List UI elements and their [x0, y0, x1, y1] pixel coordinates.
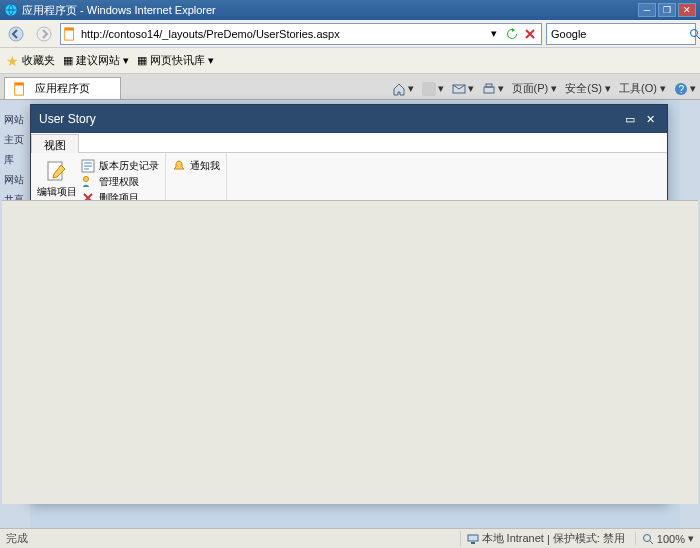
- svg-rect-9: [15, 82, 24, 85]
- ie-icon: [4, 3, 18, 17]
- svg-rect-13: [486, 84, 492, 87]
- stop-button[interactable]: [521, 25, 539, 43]
- edit-item-icon: [45, 159, 69, 183]
- mail-button[interactable]: ▾: [452, 82, 474, 96]
- forward-button[interactable]: [32, 23, 56, 45]
- search-input[interactable]: [551, 28, 689, 40]
- search-box[interactable]: G: [546, 23, 696, 45]
- dialog-close-button[interactable]: ✕: [641, 111, 659, 127]
- status-text: 完成: [6, 531, 28, 546]
- close-window-button[interactable]: ✕: [678, 3, 696, 17]
- horizontal-scrollbar[interactable]: [2, 200, 698, 504]
- svg-rect-12: [484, 87, 494, 93]
- feeds-button[interactable]: ▾: [422, 82, 444, 96]
- svg-point-18: [84, 177, 89, 182]
- svg-point-21: [643, 534, 650, 541]
- page-icon: [13, 82, 27, 96]
- manage-permissions-button[interactable]: 管理权限: [81, 175, 159, 189]
- help-button[interactable]: ?▾: [674, 82, 696, 96]
- page-icon: [63, 27, 77, 41]
- zone-indicator[interactable]: 本地 Intranet | 保护模式: 禁用: [460, 531, 625, 546]
- tab-title: 应用程序页: [35, 81, 90, 96]
- minimize-button[interactable]: ─: [638, 3, 656, 17]
- command-bar: ▾ ▾ ▾ ▾ 页面(P) ▾ 安全(S) ▾ 工具(O) ▾ ?▾: [392, 81, 696, 99]
- link-icon: ▦: [63, 54, 73, 67]
- dialog-maximize-button[interactable]: ▭: [621, 111, 639, 127]
- window-title: 应用程序页 - Windows Internet Explorer: [22, 3, 216, 18]
- ribbon-tabstrip: 视图: [31, 133, 667, 153]
- alert-me-button[interactable]: 通知我: [172, 159, 220, 173]
- link-icon: ▦: [137, 54, 147, 67]
- address-bar[interactable]: ▾: [60, 23, 542, 45]
- svg-rect-4: [65, 27, 74, 30]
- edit-item-button[interactable]: 编辑项目: [37, 155, 77, 199]
- svg-point-7: [691, 29, 698, 36]
- back-button[interactable]: [4, 23, 28, 45]
- svg-rect-20: [471, 542, 475, 544]
- maximize-button[interactable]: ❐: [658, 3, 676, 17]
- svg-point-1: [9, 27, 23, 41]
- refresh-button[interactable]: [503, 25, 521, 43]
- browser-tab[interactable]: 应用程序页: [4, 77, 121, 99]
- address-dropdown[interactable]: ▾: [485, 25, 503, 43]
- home-button[interactable]: ▾: [392, 82, 414, 96]
- favorites-bar: ★收藏夹 ▦建议网站 ▾ ▦网页快讯库 ▾: [0, 48, 700, 74]
- svg-rect-10: [422, 82, 436, 96]
- version-history-button[interactable]: 版本历史记录: [81, 159, 159, 173]
- dialog-titlebar: User Story ▭ ✕: [31, 105, 667, 133]
- status-bar: 完成 本地 Intranet | 保护模式: 禁用 100% ▾: [0, 528, 700, 548]
- search-button[interactable]: [689, 25, 700, 43]
- print-button[interactable]: ▾: [482, 82, 504, 96]
- window-titlebar: 应用程序页 - Windows Internet Explorer ─ ❐ ✕: [0, 0, 700, 20]
- zoom-control[interactable]: 100% ▾: [635, 532, 694, 545]
- zoom-icon: [642, 533, 654, 545]
- safety-menu[interactable]: 安全(S) ▾: [565, 81, 611, 96]
- svg-rect-19: [468, 535, 478, 541]
- nav-toolbar: ▾ G: [0, 20, 700, 48]
- ribbon-tab-view[interactable]: 视图: [31, 134, 79, 153]
- svg-point-2: [37, 27, 51, 41]
- tools-menu[interactable]: 工具(O) ▾: [619, 81, 666, 96]
- permissions-icon: [81, 175, 95, 189]
- dialog-title: User Story: [39, 112, 96, 126]
- url-input[interactable]: [81, 28, 485, 40]
- alert-icon: [172, 159, 186, 173]
- page-menu[interactable]: 页面(P) ▾: [512, 81, 558, 96]
- favorites-button[interactable]: ★收藏夹: [6, 53, 55, 69]
- tab-bar: 应用程序页 ▾ ▾ ▾ ▾ 页面(P) ▾ 安全(S) ▾ 工具(O) ▾ ?▾: [0, 74, 700, 100]
- star-icon: ★: [6, 53, 19, 69]
- computer-icon: [467, 533, 479, 545]
- version-history-icon: [81, 159, 95, 173]
- suggested-sites-link[interactable]: ▦建议网站 ▾: [63, 53, 129, 68]
- web-slice-link[interactable]: ▦网页快讯库 ▾: [137, 53, 214, 68]
- svg-text:?: ?: [679, 84, 685, 95]
- content-area: 网站主页库 网站共享列表 日历任务User 讨论工作 User Story ▭ …: [0, 100, 700, 528]
